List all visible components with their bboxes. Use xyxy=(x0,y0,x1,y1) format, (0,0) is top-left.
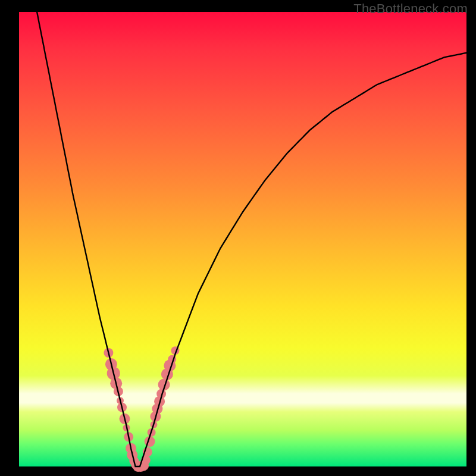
watermark-text: TheBottleneck.com xyxy=(353,1,468,17)
curve-layer xyxy=(19,12,466,466)
marker-layer xyxy=(104,346,179,472)
chart-frame: TheBottleneck.com xyxy=(0,0,476,476)
plot-area xyxy=(19,12,466,466)
bottleneck-curve xyxy=(37,12,466,466)
